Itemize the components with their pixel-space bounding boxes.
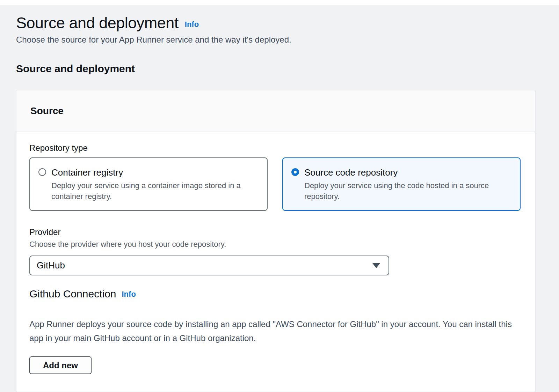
- source-panel-body: Repository type Container registry Deplo…: [16, 132, 535, 392]
- github-connection-body: App Runner deploys your source code by i…: [29, 317, 515, 345]
- provider-select[interactable]: GitHub: [29, 256, 389, 275]
- radio-container-registry[interactable]: [38, 168, 46, 176]
- radio-source-code-repository[interactable]: [291, 168, 299, 176]
- add-new-button[interactable]: Add new: [29, 356, 92, 374]
- tile-source-code-repository-description: Deploy your service using the code hoste…: [304, 180, 503, 202]
- page-title-info-link[interactable]: Info: [185, 20, 199, 29]
- source-panel-title: Source: [30, 105, 521, 117]
- tile-container-registry-title: Container registry: [51, 167, 251, 178]
- top-header-strip: [0, 0, 559, 5]
- repository-type-tiles: Container registry Deploy your service u…: [29, 157, 521, 211]
- page-content: Source and deployment Info Choose the so…: [0, 5, 559, 392]
- provider-field: Provider Choose the provider where you h…: [29, 227, 521, 275]
- page-subtitle: Choose the source for your App Runner se…: [16, 35, 535, 45]
- section-heading: Source and deployment: [16, 63, 535, 75]
- caret-down-icon: [372, 263, 380, 268]
- tile-container-registry-text: Container registry Deploy your service u…: [51, 167, 251, 202]
- tile-container-registry-description: Deploy your service using a container im…: [51, 180, 251, 202]
- source-panel-header: Source: [16, 90, 535, 132]
- source-panel: Source Repository type Container registr…: [16, 90, 535, 392]
- tile-source-code-repository[interactable]: Source code repository Deploy your servi…: [282, 157, 521, 211]
- page-header: Source and deployment Info: [16, 14, 535, 32]
- github-connection-info-link[interactable]: Info: [122, 290, 136, 299]
- provider-label: Provider: [29, 227, 521, 237]
- provider-select-value: GitHub: [37, 260, 65, 271]
- github-connection-header: Github Connection Info: [29, 288, 521, 300]
- tile-container-registry[interactable]: Container registry Deploy your service u…: [29, 157, 268, 211]
- github-connection-heading: Github Connection: [29, 288, 116, 300]
- tile-source-code-repository-title: Source code repository: [304, 167, 503, 178]
- tile-source-code-repository-text: Source code repository Deploy your servi…: [304, 167, 503, 202]
- repository-type-label: Repository type: [29, 143, 521, 153]
- provider-description: Choose the provider where you host your …: [29, 239, 521, 249]
- page-title: Source and deployment: [16, 14, 179, 32]
